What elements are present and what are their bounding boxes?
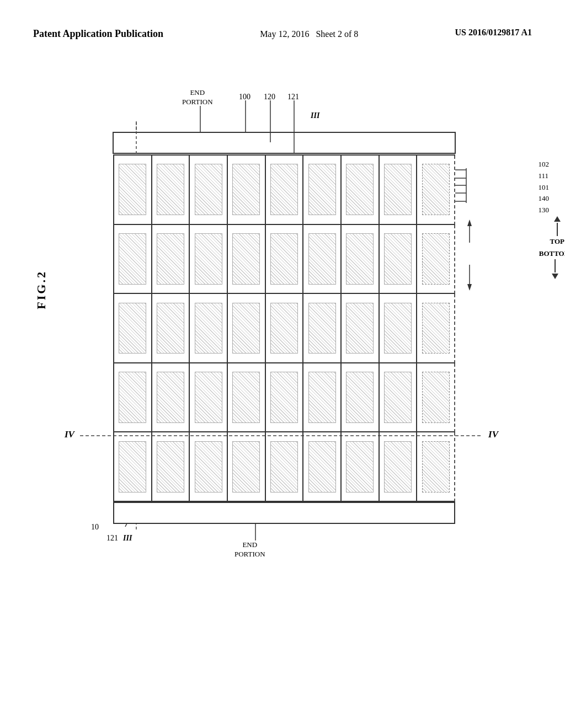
table-row	[152, 363, 190, 433]
table-row	[228, 432, 266, 502]
publication-number: US 2016/0129817 A1	[455, 28, 532, 38]
cell-grid	[113, 154, 455, 502]
label-102: 102	[539, 159, 550, 170]
label-iii-top: III	[311, 111, 319, 120]
label-end-portion-bottom: END PORTION	[234, 540, 265, 559]
table-row	[417, 156, 455, 225]
table-row	[190, 363, 228, 433]
bottom-direction-label: BOTTOM	[539, 249, 565, 279]
bottom-bar	[113, 502, 455, 524]
table-row	[190, 432, 228, 502]
table-row	[114, 156, 152, 225]
label-101: 101	[539, 182, 550, 194]
table-row	[303, 156, 342, 225]
table-row	[380, 156, 418, 225]
table-row	[228, 294, 266, 363]
label-100: 100	[239, 93, 250, 101]
table-row	[114, 225, 152, 295]
table-row	[417, 294, 455, 363]
table-row	[114, 432, 152, 502]
table-row	[228, 156, 266, 225]
table-row	[303, 225, 342, 295]
table-row	[342, 432, 380, 502]
table-row	[152, 432, 190, 502]
label-130: 130	[539, 205, 550, 216]
table-row	[417, 363, 455, 433]
table-row	[190, 225, 228, 295]
table-row	[114, 363, 152, 433]
table-row	[303, 294, 342, 363]
table-row	[303, 363, 342, 433]
table-row	[266, 363, 304, 433]
iv-label-right: IV	[488, 429, 498, 440]
label-121-top: 121	[287, 93, 299, 101]
table-row	[380, 294, 418, 363]
table-row	[380, 225, 418, 295]
table-row	[114, 294, 152, 363]
table-row	[228, 225, 266, 295]
table-row	[152, 294, 190, 363]
table-row	[266, 225, 304, 295]
svg-marker-16	[467, 284, 472, 291]
table-row	[228, 363, 266, 433]
table-row	[417, 225, 455, 295]
figure-label: FIG.2	[34, 270, 49, 309]
table-row	[266, 432, 304, 502]
table-row	[417, 432, 455, 502]
label-10: 10	[91, 523, 99, 532]
label-end-portion-top: END PORTION	[182, 88, 213, 107]
figure-diagram: END PORTION 100 120 121 III	[80, 88, 483, 568]
table-row	[266, 156, 304, 225]
publication-date-sheet: May 12, 2016 Sheet 2 of 8	[260, 28, 358, 41]
table-row	[152, 156, 190, 225]
publication-title: Patent Application Publication	[33, 28, 163, 40]
table-row	[342, 363, 380, 433]
table-row	[190, 156, 228, 225]
iv-label-left: IV	[65, 429, 74, 440]
label-121-bottom: 121	[106, 534, 118, 543]
table-row	[342, 225, 380, 295]
right-reference-labels: 102 111 101 140 130	[539, 159, 550, 216]
table-row	[380, 363, 418, 433]
table-row	[190, 294, 228, 363]
table-row	[342, 156, 380, 225]
table-row	[342, 294, 380, 363]
label-140: 140	[539, 193, 550, 205]
table-row	[266, 294, 304, 363]
table-row	[152, 225, 190, 295]
table-row	[380, 432, 418, 502]
svg-rect-0	[113, 132, 455, 153]
svg-marker-14	[467, 220, 472, 226]
table-row	[303, 432, 342, 502]
label-111: 111	[539, 170, 550, 182]
top-direction-label: TOP	[550, 216, 565, 246]
label-iii-bottom: III	[123, 534, 132, 543]
page-header: Patent Application Publication May 12, 2…	[33, 28, 532, 41]
label-120: 120	[264, 93, 275, 101]
